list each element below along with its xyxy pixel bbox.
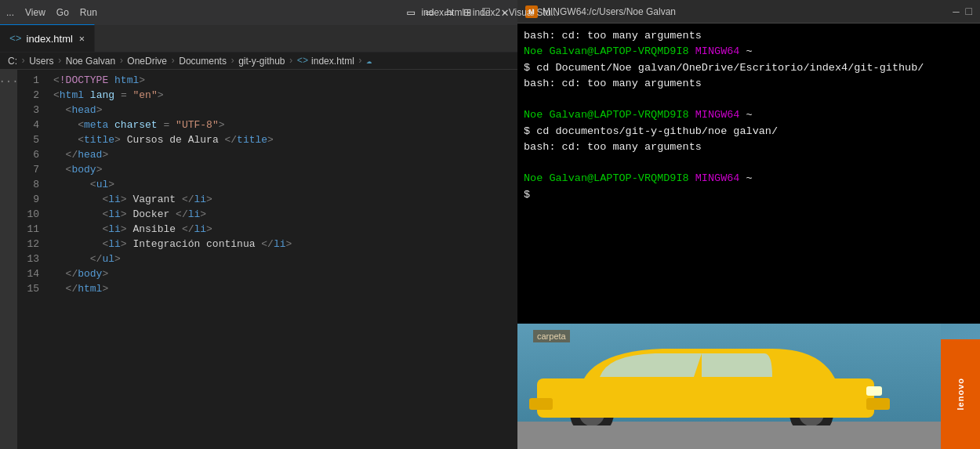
terminal-window: M MINGW64:/c/Users/Noe Galvan — □ bash: … — [517, 0, 980, 324]
tab-bar: <> index.html ✕ — [0, 25, 517, 53]
terminal-line-3: $ cd Document/Noe galvan/OneDrive/Escrit… — [524, 60, 974, 76]
line-num-5: 5 — [17, 132, 47, 147]
line-num-1: 1 — [17, 73, 47, 88]
line-num-4: 4 — [17, 118, 47, 132]
terminal-line-8: bash: cd: too many arguments — [524, 139, 974, 155]
line-num-9: 9 — [17, 192, 47, 207]
breadcrumb-sep-4: › — [170, 56, 176, 67]
code-line-7: <body> — [53, 162, 517, 177]
line-num-11: 11 — [17, 222, 47, 237]
layout-icon1[interactable]: ▭ — [405, 6, 417, 19]
breadcrumb-git[interactable]: git-y-github — [238, 56, 285, 67]
menu-run[interactable]: Run — [80, 7, 97, 18]
breadcrumb-sep-7: › — [358, 56, 363, 67]
image-panel: carpeta lenovo — [517, 324, 980, 449]
terminal-maximize-button[interactable]: □ — [966, 5, 972, 18]
code-editor[interactable]: <!DOCTYPE html> <html lang = "en"> <head… — [47, 70, 517, 449]
breadcrumb-noe[interactable]: Noe Galvan — [66, 56, 115, 67]
menu-ellipsis[interactable]: ... — [6, 7, 14, 18]
menu-view[interactable]: View — [25, 7, 45, 18]
code-line-5: <title> Cursos de Alura </title> — [53, 132, 517, 147]
title-filename: index.html - index2 - Visual Stu... — [421, 7, 558, 18]
line-num-8: 8 — [17, 177, 47, 192]
breadcrumb-file[interactable]: index.html — [311, 56, 354, 67]
code-line-8: <ul> — [53, 177, 517, 192]
right-panel: M MINGW64:/c/Users/Noe Galvan — □ bash: … — [517, 0, 980, 449]
breadcrumb-sep-5: › — [230, 56, 235, 67]
code-line-15: </html> — [53, 281, 517, 296]
terminal-line-4: bash: cd: too many arguments — [524, 76, 974, 92]
svg-rect-6 — [866, 398, 890, 410]
code-line-1: <!DOCTYPE html> — [53, 73, 517, 88]
code-line-10: <li> Docker </li> — [53, 207, 517, 222]
breadcrumb-bar: C: › Users › Noe Galvan › OneDrive › Doc… — [0, 53, 517, 70]
breadcrumb-sep-3: › — [118, 56, 124, 67]
svg-rect-5 — [529, 398, 553, 410]
terminal-line-1: bash: cd: too many arguments — [524, 28, 974, 44]
code-line-14: </body> — [53, 266, 517, 281]
breadcrumb-users[interactable]: Users — [29, 56, 53, 67]
svg-rect-4 — [537, 378, 874, 418]
breadcrumb-sep-2: › — [57, 56, 63, 67]
terminal-line-5 — [524, 92, 974, 107]
terminal-line-9 — [524, 155, 974, 171]
carpeta-label: carpeta — [533, 330, 570, 342]
line-num-14: 14 — [17, 266, 47, 281]
activity-explorer-icon[interactable]: ... — [0, 73, 19, 85]
title-bar-left: ... File Edit View Go Run — [6, 7, 395, 18]
line-num-3: 3 — [17, 103, 47, 118]
tab-label: index.html — [27, 33, 73, 45]
terminal-line-11: $ — [524, 187, 974, 203]
vscode-panel: ... File Edit View Go Run index.html - i… — [0, 0, 517, 449]
code-line-11: <li> Ansible </li> — [53, 222, 517, 237]
breadcrumb-sep-6: › — [289, 56, 294, 67]
terminal-line-6: Noe Galvan@LAPTOP-VRQMD9I8 MINGW64 ~ — [524, 107, 974, 123]
line-num-7: 7 — [17, 162, 47, 177]
car-background: carpeta — [517, 324, 980, 449]
activity-bar: ... — [0, 70, 17, 449]
breadcrumb-c[interactable]: C: — [8, 56, 17, 67]
code-line-9: <li> Vagrant </li> — [53, 192, 517, 207]
tab-code-icon: <> — [9, 33, 22, 45]
code-line-13: </ul> — [53, 252, 517, 266]
svg-rect-7 — [866, 386, 882, 396]
code-line-4: <meta charset = "UTF-8"> — [53, 118, 517, 132]
code-line-6: </head> — [53, 147, 517, 162]
code-line-2: <html lang = "en"> — [53, 88, 517, 103]
terminal-title-bar: M MINGW64:/c/Users/Noe Galvan — □ — [517, 0, 980, 24]
breadcrumb-sep-1: › — [20, 56, 26, 67]
title-bar: ... File Edit View Go Run index.html - i… — [0, 0, 517, 25]
code-line-3: <head> — [53, 103, 517, 118]
tab-close-button[interactable]: ✕ — [79, 33, 85, 45]
line-numbers: 1 2 3 4 5 6 7 8 9 10 11 12 13 14 15 — [17, 70, 47, 449]
terminal-controls: — □ — [953, 5, 972, 18]
terminal-minimize-button[interactable]: — — [953, 5, 959, 18]
terminal-title-text: MINGW64:/c/Users/Noe Galvan — [543, 6, 676, 17]
editor-area: ... 1 2 3 4 5 6 7 8 9 10 11 12 13 14 15 … — [0, 70, 517, 449]
breadcrumb-cloud-icon: ☁ — [366, 55, 372, 67]
line-num-12: 12 — [17, 237, 47, 252]
terminal-line-10: Noe Galvan@LAPTOP-VRQMD9I8 MINGW64 ~ — [524, 171, 974, 186]
line-num-2: 2 — [17, 88, 47, 103]
code-line-12: <li> Integración continua </li> — [53, 237, 517, 252]
breadcrumb-onedrive[interactable]: OneDrive — [127, 56, 167, 67]
car-svg — [521, 339, 898, 425]
terminal-content[interactable]: bash: cd: too many arguments Noe Galvan@… — [517, 24, 980, 324]
tab-index-html[interactable]: <> index.html ✕ — [0, 24, 95, 52]
breadcrumb-documents[interactable]: Documents — [179, 56, 227, 67]
line-num-13: 13 — [17, 252, 47, 266]
line-num-10: 10 — [17, 207, 47, 222]
line-num-15: 15 — [17, 281, 47, 296]
terminal-line-2: Noe Galvan@LAPTOP-VRQMD9I8 MINGW64 ~ — [524, 44, 974, 60]
line-num-6: 6 — [17, 147, 47, 162]
breadcrumb-file-icon: <> — [297, 56, 308, 67]
lenovo-badge: lenovo — [941, 339, 980, 449]
terminal-line-7: $ cd documentos/git-y-github/noe galvan/ — [524, 124, 974, 139]
lenovo-brand-text: lenovo — [956, 378, 965, 410]
menu-go[interactable]: Go — [56, 7, 69, 18]
